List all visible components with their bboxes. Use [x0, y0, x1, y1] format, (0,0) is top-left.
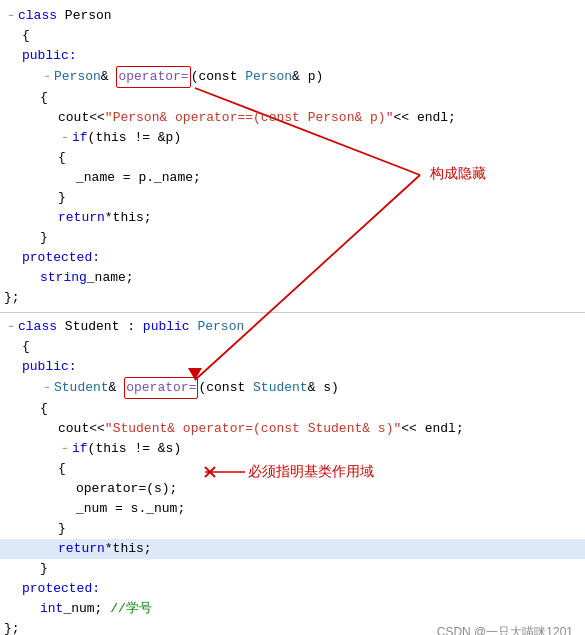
kw-class-student: class [18, 317, 57, 337]
kw-public-student: public: [22, 357, 77, 377]
amp2: & [109, 378, 125, 398]
class-close: }; [4, 288, 20, 308]
kw-return-person: return [58, 208, 105, 228]
kw-protected-student: protected: [22, 579, 100, 599]
line-class-person-close: }; [0, 288, 585, 308]
line-student-open: { [0, 337, 585, 357]
line-return-person: return *this; [0, 208, 585, 228]
line-if-student: − if (this != &s) [0, 439, 585, 459]
line-protected-student: protected: [0, 579, 585, 599]
endl-op2: << endl; [401, 419, 463, 439]
kw-if-person: if [72, 128, 88, 148]
line-public-student: public: [0, 357, 585, 377]
base-class-person: Person [197, 317, 244, 337]
line-op-call: operator=(s); [0, 479, 585, 499]
this-student: *this; [105, 539, 152, 559]
kw-public-person: public: [22, 46, 77, 66]
fold-icon-op-student[interactable]: − [40, 381, 54, 395]
name-member: _name; [87, 268, 134, 288]
string-student-op: "Student& operator=(const Student& s)" [105, 419, 401, 439]
line-class-student: − class Student : public Person [0, 317, 585, 337]
line-if-person: − if (this != &p) [0, 128, 585, 148]
line-op-body-open: { [0, 88, 585, 108]
kw-protected-person: protected: [22, 248, 100, 268]
kw-if-student: if [72, 439, 88, 459]
endl-op: << endl; [393, 108, 455, 128]
shift-op: << [89, 108, 105, 128]
class-student-close: }; [4, 619, 20, 635]
brace: } [58, 188, 66, 208]
line-public-person: public: [0, 46, 585, 66]
line-return-student: return *this; [0, 539, 585, 559]
line-student-op-close: } [0, 559, 585, 579]
brace: { [58, 148, 66, 168]
fold-icon-student[interactable]: − [4, 320, 18, 334]
line-if-open-student: { [0, 459, 585, 479]
fold-icon-if-student[interactable]: − [58, 442, 72, 456]
line-student-op-open: { [0, 399, 585, 419]
fold-icon-op-person[interactable]: − [40, 70, 54, 84]
func-operator-student: operator= [126, 380, 196, 395]
brace: } [40, 559, 48, 579]
student-op-params: (const Student& s) [198, 378, 338, 398]
brace: } [58, 519, 66, 539]
if-cond-student: (this != &s) [88, 439, 182, 459]
if-cond-person: (this != &p) [88, 128, 182, 148]
line-cout-student: cout << "Student& operator=(const Studen… [0, 419, 585, 439]
assign-num: _num = s._num; [76, 499, 185, 519]
comment-xuehao: //学号 [110, 599, 152, 619]
line-int-member: int _num; //学号 [0, 599, 585, 619]
assign-name: _name = p._name; [76, 168, 201, 188]
line-assign-name: _name = p._name; [0, 168, 585, 188]
kw-int: int [40, 599, 63, 619]
class-name-student: Student [65, 317, 120, 337]
line-op-body-close: } [0, 228, 585, 248]
line-person-operator: − Person& operator=(const Person& p) [0, 66, 585, 88]
brace: } [40, 228, 48, 248]
kw-class-person: class [18, 6, 57, 26]
cout-kw: cout [58, 108, 89, 128]
line-cout-person: cout << "Person& operator==(const Person… [0, 108, 585, 128]
amp1: & [101, 67, 117, 87]
kw-return-student: return [58, 539, 105, 559]
shift-op2: << [89, 419, 105, 439]
fold-icon-if-person[interactable]: − [58, 131, 72, 145]
line-assign-num: _num = s._num; [0, 499, 585, 519]
num-member: _num; [63, 599, 102, 619]
brace-open: { [22, 26, 30, 46]
brace: { [40, 399, 48, 419]
line-if-close-student: } [0, 519, 585, 539]
type-student-ref: Student [54, 378, 109, 398]
kw-string: string [40, 268, 87, 288]
line-class-person: − class Person [0, 6, 585, 26]
type-person-ref: Person [54, 67, 101, 87]
section-divider [0, 312, 585, 313]
line-student-operator: − Student& operator=(const Student& s) [0, 377, 585, 399]
line-if-close-person: } [0, 188, 585, 208]
this-person: *this; [105, 208, 152, 228]
string-person-op: "Person& operator==(const Person& p)" [105, 108, 394, 128]
watermark: CSDN @一只大喵咪1201 [437, 624, 573, 635]
line-if-open-person: { [0, 148, 585, 168]
person-op-params: (const Person& p) [191, 67, 324, 87]
func-operator-person: operator= [118, 69, 188, 84]
fold-icon-person[interactable]: − [4, 9, 18, 23]
line-string-member: string _name; [0, 268, 585, 288]
class-name-person: Person [65, 6, 112, 26]
line-protected-person: protected: [0, 248, 585, 268]
kw-public-inherit: public [143, 317, 190, 337]
brace: { [40, 88, 48, 108]
op-call-text: operator=(s); [76, 479, 177, 499]
line-open-brace-1: { [0, 26, 585, 46]
cout-kw2: cout [58, 419, 89, 439]
brace: { [22, 337, 30, 357]
brace: { [58, 459, 66, 479]
